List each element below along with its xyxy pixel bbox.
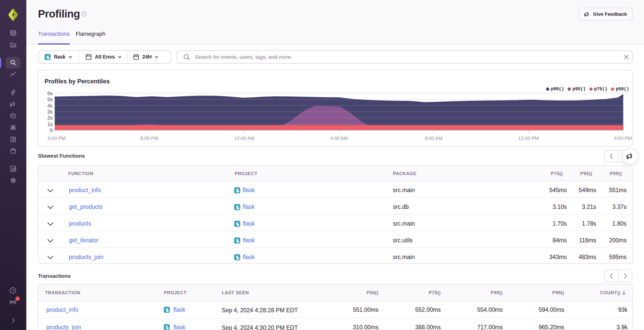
svg-text:12:00 AM: 12:00 AM: [234, 136, 254, 141]
svg-text:6s: 6s: [47, 90, 53, 96]
svg-text:4:00 AM: 4:00 AM: [330, 136, 348, 141]
svg-text:8:00 PM: 8:00 PM: [140, 136, 158, 141]
svg-text:?: ?: [12, 288, 14, 293]
svg-text:4s: 4s: [47, 103, 53, 108]
svg-text:4:00 PM: 4:00 PM: [48, 136, 66, 141]
svg-text:0: 0: [50, 127, 53, 133]
svg-text:4:00 PM: 4:00 PM: [614, 136, 632, 141]
svg-text:5s: 5s: [47, 97, 53, 102]
svg-text:3s: 3s: [47, 109, 53, 115]
svg-text:8:00 AM: 8:00 AM: [425, 136, 442, 141]
svg-text:2s: 2s: [47, 115, 53, 121]
svg-text:12:00 PM: 12:00 PM: [518, 136, 539, 141]
svg-text:?: ?: [83, 12, 85, 16]
svg-text:1s: 1s: [47, 121, 53, 127]
